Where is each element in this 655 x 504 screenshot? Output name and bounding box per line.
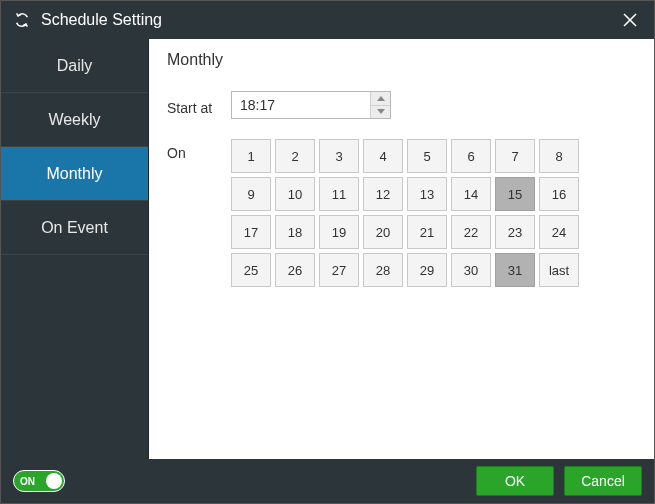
chevron-up-icon [377,96,385,101]
day-button-23[interactable]: 23 [495,215,535,249]
day-button-5[interactable]: 5 [407,139,447,173]
cancel-button[interactable]: Cancel [564,466,642,496]
day-button-4[interactable]: 4 [363,139,403,173]
start-time-spinner[interactable]: 18:17 [231,91,391,119]
day-button-20[interactable]: 20 [363,215,403,249]
content-panel: Monthly Start at 18:17 On [149,39,654,459]
content-title: Monthly [167,51,636,69]
close-button[interactable] [618,8,642,32]
toggle-label: ON [20,476,35,487]
close-icon [623,13,637,27]
day-button-29[interactable]: 29 [407,253,447,287]
sidebar-item-on-event[interactable]: On Event [1,201,148,255]
day-button-26[interactable]: 26 [275,253,315,287]
start-time-input[interactable]: 18:17 [232,92,370,118]
day-button-27[interactable]: 27 [319,253,359,287]
day-button-10[interactable]: 10 [275,177,315,211]
chevron-down-icon [377,109,385,114]
day-button-21[interactable]: 21 [407,215,447,249]
days-grid: 1234567891011121314151617181920212223242… [231,139,579,287]
on-row: On 1234567891011121314151617181920212223… [167,139,636,287]
day-button-last[interactable]: last [539,253,579,287]
day-button-12[interactable]: 12 [363,177,403,211]
day-button-13[interactable]: 13 [407,177,447,211]
sync-icon [13,11,31,29]
day-button-15[interactable]: 15 [495,177,535,211]
day-button-30[interactable]: 30 [451,253,491,287]
start-at-row: Start at 18:17 [167,91,636,119]
day-button-25[interactable]: 25 [231,253,271,287]
day-button-8[interactable]: 8 [539,139,579,173]
day-button-24[interactable]: 24 [539,215,579,249]
day-button-6[interactable]: 6 [451,139,491,173]
spinner-up-button[interactable] [371,92,390,106]
enable-toggle[interactable]: ON [13,470,65,492]
day-button-28[interactable]: 28 [363,253,403,287]
day-button-1[interactable]: 1 [231,139,271,173]
day-button-3[interactable]: 3 [319,139,359,173]
day-button-18[interactable]: 18 [275,215,315,249]
window-title: Schedule Setting [41,11,618,29]
on-label: On [167,139,231,161]
day-button-7[interactable]: 7 [495,139,535,173]
day-button-22[interactable]: 22 [451,215,491,249]
day-button-16[interactable]: 16 [539,177,579,211]
day-button-31[interactable]: 31 [495,253,535,287]
toggle-knob [46,473,62,489]
spinner-down-button[interactable] [371,106,390,119]
day-button-19[interactable]: 19 [319,215,359,249]
day-button-9[interactable]: 9 [231,177,271,211]
body: DailyWeeklyMonthlyOn Event Monthly Start… [1,39,654,459]
titlebar: Schedule Setting [1,1,654,39]
schedule-setting-window: Schedule Setting DailyWeeklyMonthlyOn Ev… [0,0,655,504]
footer: ON OK Cancel [1,459,654,503]
ok-button[interactable]: OK [476,466,554,496]
start-at-label: Start at [167,94,231,116]
day-button-14[interactable]: 14 [451,177,491,211]
sidebar-item-daily[interactable]: Daily [1,39,148,93]
sidebar-item-monthly[interactable]: Monthly [1,147,148,201]
day-button-2[interactable]: 2 [275,139,315,173]
sidebar: DailyWeeklyMonthlyOn Event [1,39,149,459]
spinner-buttons [370,92,390,118]
day-button-17[interactable]: 17 [231,215,271,249]
day-button-11[interactable]: 11 [319,177,359,211]
sidebar-item-weekly[interactable]: Weekly [1,93,148,147]
